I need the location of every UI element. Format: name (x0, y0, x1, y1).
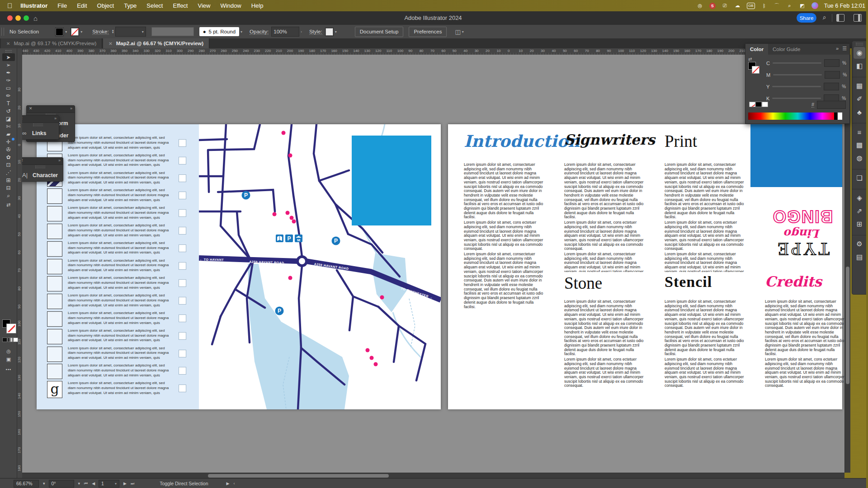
map-dot[interactable] (288, 154, 292, 158)
wifi-icon[interactable]: ⌒ (774, 2, 780, 9)
menu-view[interactable]: View (198, 2, 211, 9)
fill-stroke-indicator[interactable] (2, 319, 15, 333)
legend-checkbox[interactable] (179, 227, 186, 235)
legend-box[interactable] (47, 276, 62, 291)
panel-grip[interactable] (35, 166, 45, 168)
library-icon[interactable] (276, 235, 283, 242)
search-icon[interactable]: ⌕ (823, 14, 826, 21)
legend-box[interactable] (47, 311, 62, 327)
legend-box[interactable] (47, 224, 62, 239)
g-glyph-box[interactable]: g (47, 381, 62, 398)
legend-box[interactable] (47, 294, 62, 309)
artboard-number-field[interactable]: 1▾ (99, 480, 119, 488)
legend-box[interactable] (47, 206, 62, 221)
rotation-chevron-icon[interactable]: ▾ (78, 481, 80, 486)
panel-menu-icon[interactable]: ☰ (842, 46, 847, 52)
document-setup-button[interactable]: Document Setup (355, 27, 404, 37)
transparency-panel-icon[interactable]: ◍ (854, 152, 865, 164)
heading-credits[interactable]: Credits (765, 273, 822, 290)
rotation-field[interactable]: 0° (49, 480, 74, 488)
legend-row[interactable]: Lorem ipsum dolor sit amet, consectetuer… (37, 311, 199, 328)
channel-slider[interactable] (773, 74, 822, 75)
none-swatch[interactable] (749, 102, 755, 107)
password-badge-icon[interactable]: S (709, 3, 716, 9)
body-text[interactable]: Lorem ipsum dolor sit amet, consectetuer… (464, 163, 543, 398)
rectangle-tool[interactable]: ▭ (2, 84, 15, 92)
opacity-arrow-icon[interactable]: › (301, 30, 302, 34)
black-swatch[interactable] (755, 102, 762, 107)
edit-toolbar-icon[interactable]: ••• (2, 367, 15, 372)
heading-stone[interactable]: Stone (564, 273, 602, 293)
swap-fill-stroke-icon[interactable]: ⇄ (2, 202, 15, 208)
swatches-panel-icon[interactable]: ▦ (854, 80, 865, 92)
vertical-scrollbar-thumb[interactable] (846, 267, 849, 384)
collapse-icon[interactable]: » (54, 116, 57, 121)
artboard-tool[interactable]: ⊞ (2, 176, 15, 184)
menu-clock[interactable]: Tue 6 Feb 12:01 (824, 3, 865, 9)
legend-checkbox[interactable] (179, 297, 186, 305)
keyboard-layout-icon[interactable]: GB (747, 3, 755, 9)
apple-menu-icon[interactable]:  (7, 2, 12, 9)
pen-tool[interactable]: ✒ (2, 69, 15, 76)
panel-group-links[interactable]: ✕» ∞Links (22, 115, 59, 140)
legend-checkbox[interactable] (179, 209, 186, 217)
stroke-weight-stepper[interactable]: ▲▼ (112, 29, 114, 34)
opacity-value-field[interactable]: 100% (271, 27, 299, 37)
legend-row[interactable]: Lorem ipsum dolor sit amet, consectetuer… (37, 241, 199, 258)
legend-row[interactable]: Lorem ipsum dolor sit amet, consectetuer… (37, 328, 199, 345)
body-text[interactable]: Lorem ipsum dolor sit amet, consectetuer… (665, 163, 744, 272)
screen-record-icon[interactable]: ◎ (697, 2, 703, 9)
eraser-tool[interactable]: ◪ (2, 115, 15, 122)
legend-checkbox[interactable] (179, 139, 186, 147)
stroke-weight-label[interactable]: Stroke: (92, 29, 108, 35)
width-tool[interactable]: ⋰ (2, 169, 15, 176)
legend-box[interactable] (47, 329, 62, 344)
display-icon[interactable]: ⎚ (722, 2, 728, 9)
map-dot[interactable] (288, 276, 292, 280)
gradient-panel-icon[interactable]: ◧ (854, 60, 865, 72)
menu-object[interactable]: Object (97, 2, 114, 9)
brush-definition-dropdown[interactable]: ● 5 pt. Round (199, 27, 239, 36)
document-tab[interactable]: ✕Map.ai @ 69.17 % (CMYK/Preview) (1, 38, 102, 48)
shape-builder-tool[interactable]: ⊡ (2, 161, 15, 169)
legend-checkbox[interactable] (179, 367, 186, 375)
layers-panel-icon[interactable]: ◈ (854, 192, 865, 204)
direct-selection-tool[interactable]: ➢ (2, 61, 15, 69)
zoom-chevron-icon[interactable]: ▾ (43, 481, 45, 486)
horizontal-scrollbar-thumb[interactable] (208, 474, 389, 478)
legend-checkbox[interactable] (179, 174, 186, 182)
heading-stencil[interactable]: Stencil (665, 273, 712, 291)
color-spectrum-bar[interactable] (748, 113, 842, 120)
next-artboard-icon[interactable]: ▶ (123, 481, 127, 486)
legend-checkbox[interactable] (179, 192, 186, 199)
menu-select[interactable]: Select (146, 2, 163, 9)
legend-row[interactable]: Lorem ipsum dolor sit amet, consectetuer… (37, 206, 199, 222)
legend-checkbox[interactable] (179, 279, 186, 287)
fill-chevron-icon[interactable]: ▾ (65, 30, 67, 34)
properties-panel-icon[interactable]: ⚙ (854, 238, 865, 250)
scissors-tool[interactable]: ✄ (2, 122, 15, 130)
heading-print[interactable]: Print (665, 131, 697, 151)
stroke-chevron-icon[interactable]: ▾ (80, 30, 82, 34)
menu-type[interactable]: Type (124, 2, 137, 9)
dropbox-icon[interactable]: ◩ (799, 2, 806, 9)
preferences-button[interactable]: Preferences (409, 27, 447, 37)
swap-colors-icon[interactable]: ⇄ (748, 56, 752, 61)
channel-slider[interactable] (772, 98, 821, 99)
share-button[interactable]: Share (797, 13, 816, 23)
street-map-artwork[interactable]: PPPPM← TO HAVANTA259 HAVANT ROADA259 HAV… (199, 124, 441, 409)
previous-artboard-icon[interactable]: ◀ (92, 481, 95, 486)
control-bar-grip[interactable] (1, 28, 4, 36)
panel-grip[interactable] (33, 124, 43, 126)
legend-row[interactable]: Lorem ipsum dolor sit amet, consectetuer… (37, 188, 199, 205)
legend-row[interactable]: Lorem ipsum dolor sit amet, consectetuer… (37, 276, 199, 292)
slice-tool[interactable]: ⊟ (2, 184, 15, 192)
photo-placeholder-rect[interactable] (750, 124, 842, 187)
canvas[interactable]: Lorem ipsum dolor sit amet, consectetuer… (22, 55, 844, 473)
brushes-panel-icon[interactable]: ✐ (854, 93, 865, 105)
map-dot[interactable] (282, 131, 286, 135)
channel-value-field[interactable] (824, 83, 839, 90)
legend-checkbox[interactable] (179, 314, 186, 322)
legend-row[interactable]: Lorem ipsum dolor sit amet, consectetuer… (37, 258, 199, 275)
siri-icon[interactable] (811, 2, 818, 9)
